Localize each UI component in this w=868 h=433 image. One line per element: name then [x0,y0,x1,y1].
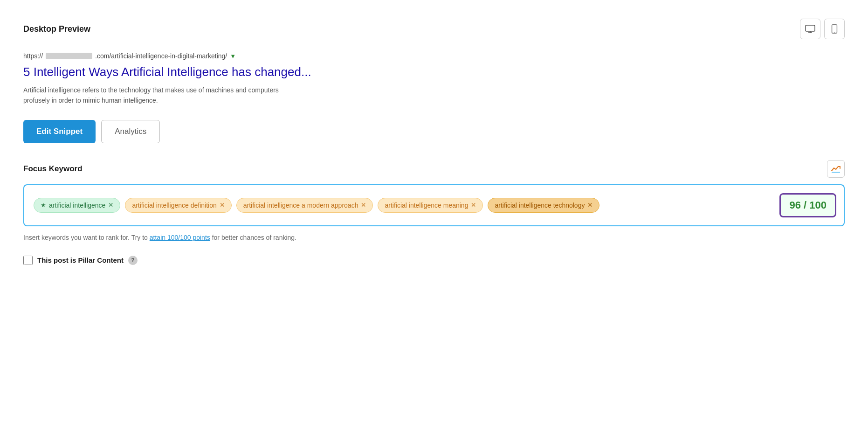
snippet-title[interactable]: 5 Intelligent Ways Artificial Intelligen… [23,64,845,80]
pillar-content-checkbox[interactable] [23,256,33,265]
svg-rect-0 [806,25,815,31]
keyword-tag-ai-definition: artificial intelligence definition ✕ [125,198,231,213]
svg-point-4 [834,32,835,33]
mobile-icon [831,24,838,34]
focus-keyword-title: Focus Keyword [23,164,83,174]
keyword-text: artificial intelligence technology [495,202,585,209]
edit-snippet-button[interactable]: Edit Snippet [23,120,96,143]
attain-points-link[interactable]: attain 100/100 points [150,234,210,241]
url-dropdown-arrow[interactable]: ▼ [230,53,236,60]
desktop-preview-label: Desktop Preview [23,24,90,34]
analytics-button[interactable]: Analytics [101,120,160,143]
url-prefix: https:// [23,52,43,60]
keywords-container: ★ artificial intelligence ✕ artificial i… [23,184,845,226]
keyword-tag-ai-modern-approach: artificial intelligence a modern approac… [236,198,373,213]
url-blurred-domain [46,53,92,59]
focus-keyword-section: Focus Keyword ★ artificial intelligence … [23,160,845,243]
trending-up-icon [831,165,840,173]
keyword-text: artificial intelligence [49,202,105,209]
trending-icon-button[interactable] [827,160,845,178]
keyword-tag-artificial-intelligence: ★ artificial intelligence ✕ [34,198,120,213]
snippet-description: Artificial intelligence refers to the te… [23,85,350,106]
desktop-view-button[interactable] [800,19,820,39]
pillar-content-row: This post is Pillar Content ? [23,256,845,265]
remove-keyword-button[interactable]: ✕ [361,202,366,209]
url-row: https:// .com/artificial-intelligence-in… [23,52,845,60]
star-icon: ★ [41,202,46,209]
header-row: Desktop Preview [23,19,845,39]
keyword-text: artificial intelligence definition [132,202,216,209]
helper-text-before: Insert keywords you want to rank for. Tr… [23,234,150,241]
remove-keyword-button[interactable]: ✕ [587,202,592,209]
keyword-tag-ai-meaning: artificial intelligence meaning ✕ [378,198,483,213]
keyword-tag-ai-technology: artificial intelligence technology ✕ [488,198,599,213]
device-icon-group [800,19,845,39]
helper-text-after: for better chances of ranking. [212,234,296,241]
desktop-icon [805,25,815,33]
keyword-text: artificial intelligence a modern approac… [243,202,358,209]
mobile-view-button[interactable] [824,19,845,39]
focus-keyword-header: Focus Keyword [23,160,845,178]
action-buttons: Edit Snippet Analytics [23,120,845,143]
keyword-text: artificial intelligence meaning [385,202,468,209]
pillar-content-label: This post is Pillar Content [37,256,124,264]
score-badge: 96 / 100 [779,193,836,217]
url-suffix: .com/artificial-intelligence-in-digital-… [95,52,227,60]
snippet-desc-line2: profusely in order to mimic human intell… [23,97,158,104]
snippet-desc-line1: Artificial intelligence refers to the te… [23,86,279,94]
remove-keyword-button[interactable]: ✕ [108,202,113,209]
remove-keyword-button[interactable]: ✕ [471,202,476,209]
pillar-help-icon[interactable]: ? [128,256,138,265]
remove-keyword-button[interactable]: ✕ [220,202,225,209]
helper-text: Insert keywords you want to rank for. Tr… [23,233,845,243]
